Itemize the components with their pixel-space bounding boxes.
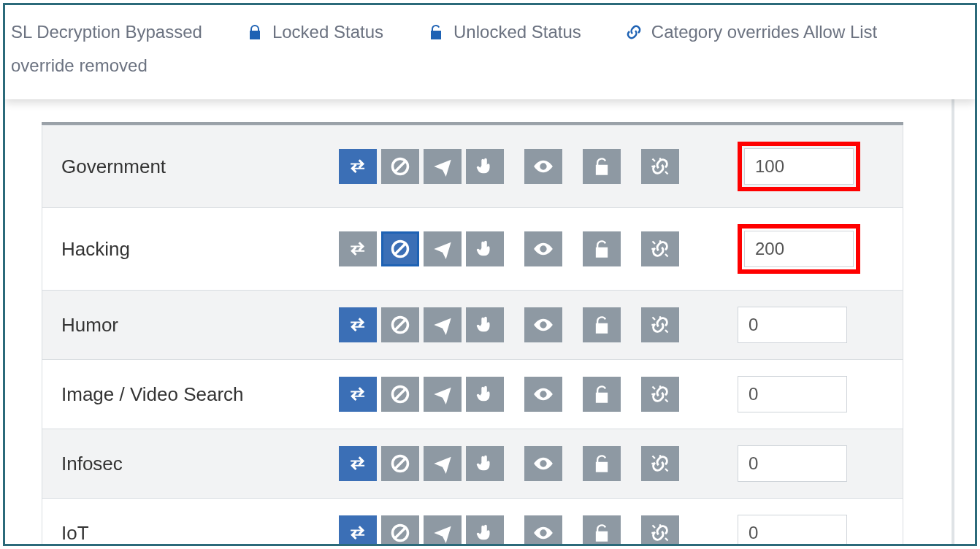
action-buttons [339, 307, 738, 342]
quantity-cell [738, 445, 884, 482]
unlock-icon [592, 315, 612, 335]
break-link-button[interactable] [641, 446, 679, 481]
table-row: Government [42, 126, 903, 208]
block-icon [390, 523, 410, 543]
arrows-button[interactable] [339, 307, 377, 342]
eye-button[interactable] [524, 231, 562, 266]
eye-button[interactable] [524, 377, 562, 412]
block-icon [390, 384, 410, 404]
plane-button[interactable] [424, 515, 462, 546]
eye-icon [533, 156, 554, 177]
plane-icon [432, 384, 453, 404]
plane-icon [432, 315, 453, 335]
block-icon [390, 315, 410, 335]
quantity-input[interactable] [738, 445, 847, 482]
arrows-icon [348, 239, 368, 259]
block-button[interactable] [381, 515, 419, 546]
hand-icon [475, 156, 495, 177]
eye-icon [533, 523, 554, 543]
eye-icon [533, 384, 554, 404]
category-name: Government [61, 156, 339, 178]
block-button[interactable] [381, 231, 419, 266]
unlock-button[interactable] [583, 515, 621, 546]
break-link-icon [650, 315, 670, 335]
quantity-input[interactable] [744, 148, 854, 185]
unlock-button[interactable] [583, 149, 621, 184]
block-icon [390, 156, 410, 177]
eye-icon [533, 239, 554, 259]
plane-icon [432, 523, 453, 543]
quantity-input[interactable] [738, 307, 847, 343]
unlock-button[interactable] [583, 446, 621, 481]
lock-icon [246, 23, 264, 41]
arrows-icon [348, 523, 368, 543]
legend-unlocked: Unlocked Status [427, 15, 581, 49]
break-link-button[interactable] [641, 231, 679, 266]
arrows-button[interactable] [339, 446, 377, 481]
hand-button[interactable] [466, 149, 504, 184]
quantity-input[interactable] [744, 231, 854, 267]
category-name: Infosec [61, 453, 339, 475]
hand-button[interactable] [466, 377, 504, 412]
hand-button[interactable] [466, 446, 504, 481]
hand-button[interactable] [466, 231, 504, 266]
action-buttons [339, 446, 738, 481]
block-button[interactable] [381, 377, 419, 412]
link-icon [625, 23, 643, 41]
arrows-icon [348, 156, 368, 177]
hand-button[interactable] [466, 307, 504, 342]
break-link-icon [650, 156, 670, 177]
arrows-button[interactable] [339, 515, 377, 546]
arrows-button[interactable] [339, 377, 377, 412]
category-name: Humor [61, 314, 339, 337]
arrows-button[interactable] [339, 231, 377, 266]
plane-icon [432, 239, 453, 259]
eye-button[interactable] [524, 515, 562, 546]
plane-button[interactable] [424, 149, 462, 184]
legend-override: Category overrides Allow List [625, 15, 877, 49]
hand-icon [475, 315, 495, 335]
arrows-icon [348, 315, 368, 335]
hand-button[interactable] [466, 515, 504, 546]
block-button[interactable] [381, 149, 419, 184]
quantity-cell [738, 224, 884, 274]
eye-button[interactable] [524, 149, 562, 184]
break-link-icon [650, 523, 670, 543]
action-buttons [339, 149, 738, 184]
unlock-button[interactable] [583, 231, 621, 266]
arrows-button[interactable] [339, 149, 377, 184]
unlock-button[interactable] [583, 377, 621, 412]
break-link-button[interactable] [641, 377, 679, 412]
break-link-button[interactable] [641, 307, 679, 342]
block-button[interactable] [381, 446, 419, 481]
plane-button[interactable] [424, 231, 462, 266]
plane-button[interactable] [424, 446, 462, 481]
table-row: Image / Video Search [42, 360, 903, 429]
block-icon [390, 239, 410, 259]
eye-button[interactable] [524, 307, 562, 342]
hand-icon [475, 453, 495, 474]
plane-icon [432, 156, 453, 177]
quantity-input[interactable] [738, 376, 847, 412]
action-buttons [339, 231, 738, 266]
hand-icon [475, 523, 495, 543]
break-link-button[interactable] [641, 515, 679, 546]
unlock-icon [592, 523, 612, 543]
table-row: Infosec [42, 429, 903, 499]
plane-icon [432, 453, 453, 474]
break-link-icon [650, 453, 670, 474]
category-name: Hacking [61, 238, 339, 261]
break-link-button[interactable] [641, 149, 679, 184]
unlock-icon [427, 23, 445, 41]
plane-button[interactable] [424, 307, 462, 342]
unlock-button[interactable] [583, 307, 621, 342]
eye-button[interactable] [524, 446, 562, 481]
action-buttons [339, 377, 738, 412]
plane-button[interactable] [424, 377, 462, 412]
unlock-icon [592, 156, 612, 177]
block-button[interactable] [381, 307, 419, 342]
quantity-input[interactable] [738, 515, 847, 546]
action-buttons [339, 515, 738, 546]
quantity-cell [738, 515, 884, 546]
arrows-icon [348, 384, 368, 404]
